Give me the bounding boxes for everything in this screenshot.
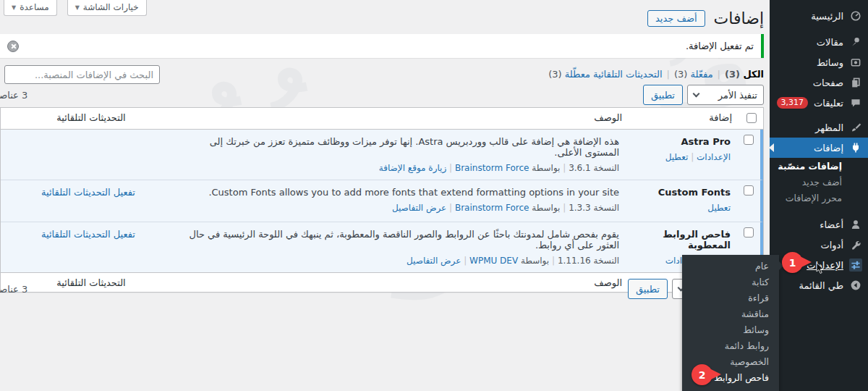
plugin-author-link[interactable]: WPMU DEV <box>469 256 518 266</box>
active-menu-arrow <box>769 143 774 152</box>
flyout-item-writing[interactable]: كتابة <box>682 274 779 290</box>
mouse-cursor-icon <box>816 263 825 274</box>
filter-active[interactable]: مفعّلة (3) <box>674 69 713 80</box>
sidebar-item-label: أعضاء <box>820 219 843 230</box>
sidebar-item-pages[interactable]: صفحات <box>770 72 868 93</box>
sidebar-item-plugins[interactable]: إضافات <box>770 138 868 158</box>
sidebar-item-label: أدوات <box>820 240 843 251</box>
enable-auto-updates-link[interactable]: تفعيل التحديثات التلقائية <box>41 187 135 198</box>
screen-options-tab[interactable]: خيارات الشاشة ▼ <box>67 0 147 16</box>
plugin-description: Custom Fonts allows you to add more font… <box>184 187 619 198</box>
sidebar-item-appearance[interactable]: المظهر <box>770 117 868 138</box>
admin-sidebar: الرئيسية مقالات وسائط صفحات تعليقات <box>770 0 868 391</box>
plugins-table: إضافة الوصف التحديثات التلقائية Astra Pr… <box>0 107 764 293</box>
flyout-item-reading[interactable]: قراءة <box>682 290 779 306</box>
row-checkbox[interactable] <box>744 185 754 196</box>
plugin-author-link[interactable]: Brainstorm Force <box>455 163 529 173</box>
sidebar-item-label: طي القائمة <box>799 280 843 291</box>
flyout-item-discussion[interactable]: مناقشة <box>682 306 779 321</box>
sidebar-item-collapse-menu[interactable]: طي القائمة <box>770 275 868 295</box>
brush-icon <box>849 121 862 134</box>
visit-plugin-site-link[interactable]: زيارة موقع الإضافة <box>379 163 446 173</box>
media-icon <box>849 56 862 69</box>
filter-all[interactable]: الكل (3) <box>725 69 764 80</box>
chevron-down-icon: ▼ <box>75 4 80 11</box>
flyout-item-permalinks[interactable]: روابط دائمة <box>682 337 779 353</box>
page-title: إضافات <box>714 9 764 28</box>
apply-button[interactable]: تطبيق <box>628 279 668 299</box>
enable-auto-updates-link[interactable]: تفعيل التحديثات التلقائية <box>41 229 135 240</box>
bulk-action-selected-value: تنفيذ الأمر <box>718 90 757 101</box>
help-tab[interactable]: مساعدة ▼ <box>4 0 57 16</box>
deactivate-link[interactable]: تعطيل <box>707 203 731 213</box>
separator: | <box>449 163 452 173</box>
comments-icon <box>849 96 862 109</box>
pages-icon <box>849 76 862 89</box>
annotation-step-1-badge: 1 <box>782 252 803 273</box>
select-all-checkbox[interactable] <box>746 113 757 123</box>
chevron-down-icon: ▼ <box>12 4 16 11</box>
plugin-author-link[interactable]: Brainstorm Force <box>455 203 529 213</box>
plugin-version: النسخة 3.6.1 <box>569 163 619 173</box>
view-details-link[interactable]: عرض التفاصيل <box>407 256 461 266</box>
plugin-name: Custom Fonts <box>629 187 731 198</box>
flyout-item-media[interactable]: وسائط <box>682 321 779 337</box>
by-label: بواسطة <box>532 163 560 173</box>
row-checkbox[interactable] <box>744 227 754 237</box>
notice-text: تم تفعيل الإضافة. <box>686 41 754 51</box>
by-label: بواسطة <box>521 256 549 266</box>
sidebar-item-users[interactable]: أعضاء <box>770 214 868 235</box>
comments-count-badge: 3,317 <box>777 97 809 109</box>
sidebar-item-posts[interactable]: مقالات <box>770 32 868 52</box>
row-checkbox[interactable] <box>744 135 754 145</box>
separator: | <box>464 256 467 266</box>
help-tab-label: مساعدة <box>20 2 49 12</box>
table-row: Custom Fonts تعطيل Custom Fonts allows y… <box>1 180 763 222</box>
separator: | <box>449 203 452 213</box>
sidebar-item-tools[interactable]: أدوات <box>770 235 868 255</box>
submenu-add-new-plugin[interactable]: أضف جديد <box>770 174 868 190</box>
dashboard-icon <box>849 9 862 22</box>
users-icon <box>849 218 862 231</box>
separator: | <box>563 163 566 173</box>
by-label: بواسطة <box>532 203 560 213</box>
add-new-plugin-button[interactable]: أضف جديد <box>647 10 705 27</box>
submenu-plugin-editor[interactable]: محرر الإضافات <box>770 190 868 206</box>
search-plugins-input[interactable] <box>4 65 160 84</box>
items-count-bottom: 3 عناصر <box>0 284 27 295</box>
plugin-description: هذه الإضافة هي إضافة على قالب ووردبريس A… <box>184 136 619 158</box>
deactivate-link[interactable]: تعطيل <box>665 152 689 162</box>
flyout-item-general[interactable]: عام <box>682 258 779 274</box>
view-details-link[interactable]: عرض التفاصيل <box>392 203 446 213</box>
separator: | <box>552 256 555 266</box>
sidebar-item-label: مقالات <box>817 37 843 48</box>
plugin-name: فاحص الروابط المعطوبة <box>629 229 731 251</box>
screen-options-label: خيارات الشاشة <box>83 2 139 12</box>
apply-button[interactable]: تطبيق <box>643 85 683 105</box>
wrench-icon <box>849 238 862 251</box>
chevron-down-icon <box>693 90 700 97</box>
plugin-icon <box>849 141 862 154</box>
sidebar-item-comments[interactable]: تعليقات 3,317 <box>770 93 868 113</box>
submenu-installed-plugins[interactable]: إضافات منصّبة <box>770 158 868 174</box>
column-header-plugin: إضافة <box>629 108 739 129</box>
filter-autoupdates-disabled[interactable]: التحديثات التلقائية معطّلة (3) <box>548 69 662 80</box>
column-header-description: الوصف <box>180 108 629 129</box>
sidebar-item-label: الرئيسية <box>811 11 843 22</box>
collapse-icon <box>849 279 862 292</box>
plugin-status-filters: الكل (3) | مفعّلة (3) | التحديثات التلقا… <box>548 69 764 80</box>
sidebar-item-dashboard[interactable]: الرئيسية <box>770 6 868 26</box>
plugin-description: يقوم بفحص شامل لمدونتك باحثًا عن الروابط… <box>184 229 619 251</box>
sidebar-item-label: إضافات <box>814 143 843 154</box>
sidebar-item-media[interactable]: وسائط <box>770 52 868 72</box>
settings-link[interactable]: الإعدادات <box>697 152 731 162</box>
items-count-top: 3 عناصر <box>0 90 27 101</box>
sidebar-item-label: تعليقات <box>814 98 843 109</box>
sidebar-item-label: وسائط <box>817 57 843 68</box>
annotation-step-2-badge: 2 <box>692 364 712 385</box>
plugin-name: Astra Pro <box>629 136 731 147</box>
dismiss-notice-icon[interactable] <box>7 41 19 52</box>
column-header-description: الوصف <box>180 273 629 293</box>
bulk-action-select[interactable]: تنفيذ الأمر <box>687 85 764 105</box>
separator: | <box>718 69 720 80</box>
